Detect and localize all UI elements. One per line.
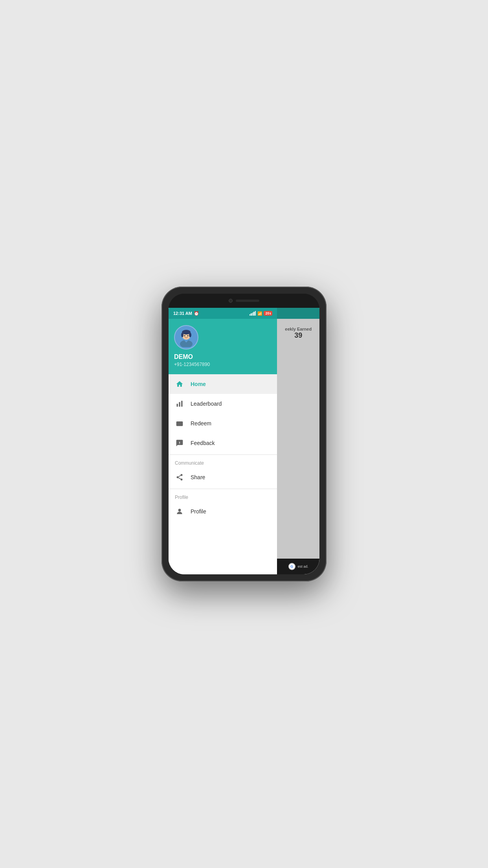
- svg-rect-10: [176, 421, 183, 426]
- feedback-label: Feedback: [191, 440, 215, 446]
- google-icon: G: [288, 563, 295, 570]
- status-time: 12:31 AM ⏰: [173, 311, 199, 316]
- avatar: [174, 325, 198, 349]
- svg-point-3: [181, 333, 183, 337]
- svg-rect-11: [178, 424, 179, 425]
- svg-rect-9: [181, 401, 182, 407]
- profile-label: Profile: [191, 508, 206, 515]
- speaker: [236, 300, 259, 302]
- phone-frame: 12:31 AM ⏰ 📶 20: [161, 287, 327, 581]
- main-header-peek: [277, 308, 319, 319]
- phone-inner: 12:31 AM ⏰ 📶 20: [169, 294, 319, 574]
- screen: 12:31 AM ⏰ 📶 20: [169, 308, 319, 574]
- menu-list: Home Leaderboard: [169, 374, 277, 574]
- phone-top-bar: [169, 294, 319, 308]
- profile-icon: [175, 507, 184, 516]
- svg-point-12: [179, 443, 180, 444]
- divider-2: [169, 489, 277, 489]
- home-icon: [175, 379, 184, 389]
- menu-item-home[interactable]: Home: [169, 374, 277, 394]
- leaderboard-label: Leaderboard: [191, 401, 222, 407]
- svg-point-5: [184, 335, 185, 337]
- svg-point-4: [189, 333, 191, 337]
- menu-item-redeem[interactable]: Redeem: [169, 414, 277, 433]
- time-label: 12:31 AM: [173, 311, 192, 316]
- status-bar: 12:31 AM ⏰ 📶 20: [169, 308, 277, 319]
- divider-1: [169, 454, 277, 455]
- menu-item-share[interactable]: Share: [169, 467, 277, 487]
- alarm-icon: ⏰: [194, 311, 199, 316]
- user-name: DEMO: [174, 353, 272, 360]
- status-icons: 📶 20: [250, 311, 273, 316]
- menu-item-profile[interactable]: Profile: [169, 502, 277, 521]
- redeem-icon: [175, 419, 184, 428]
- profile-section-label: Profile: [169, 491, 277, 502]
- svg-point-15: [181, 478, 183, 480]
- camera: [229, 299, 233, 303]
- share-label: Share: [191, 474, 205, 480]
- weekly-value: 39: [294, 331, 302, 340]
- svg-rect-8: [179, 402, 180, 407]
- svg-line-16: [178, 478, 181, 479]
- svg-line-17: [178, 475, 181, 476]
- peek-weekly: eekly Earned 39: [277, 319, 319, 574]
- svg-point-18: [178, 509, 181, 511]
- main-content-peek: eekly Earned 39 G est ad.: [277, 308, 319, 574]
- battery-icon: 20: [264, 311, 272, 316]
- user-phone: +91-1234567890: [174, 362, 272, 367]
- communicate-section-label: Communicate: [169, 456, 277, 467]
- feedback-icon: [175, 438, 184, 448]
- wifi-icon: 📶: [257, 311, 262, 316]
- svg-point-14: [177, 476, 179, 478]
- menu-item-feedback[interactable]: Feedback: [169, 433, 277, 453]
- weekly-label: eekly Earned: [285, 327, 312, 331]
- home-label: Home: [191, 381, 206, 387]
- redeem-label: Redeem: [191, 420, 211, 427]
- signal-icon: [250, 311, 256, 316]
- svg-rect-7: [177, 404, 178, 407]
- leaderboard-icon: [175, 399, 184, 408]
- ad-area: G est ad.: [277, 559, 319, 574]
- menu-item-leaderboard[interactable]: Leaderboard: [169, 394, 277, 414]
- share-icon: [175, 473, 184, 482]
- ad-text: est ad.: [298, 565, 308, 568]
- svg-point-6: [187, 335, 189, 337]
- navigation-drawer: 12:31 AM ⏰ 📶 20: [169, 308, 277, 574]
- drawer-header: DEMO +91-1234567890: [169, 319, 277, 374]
- avatar-image: [176, 327, 196, 347]
- svg-point-13: [181, 474, 183, 476]
